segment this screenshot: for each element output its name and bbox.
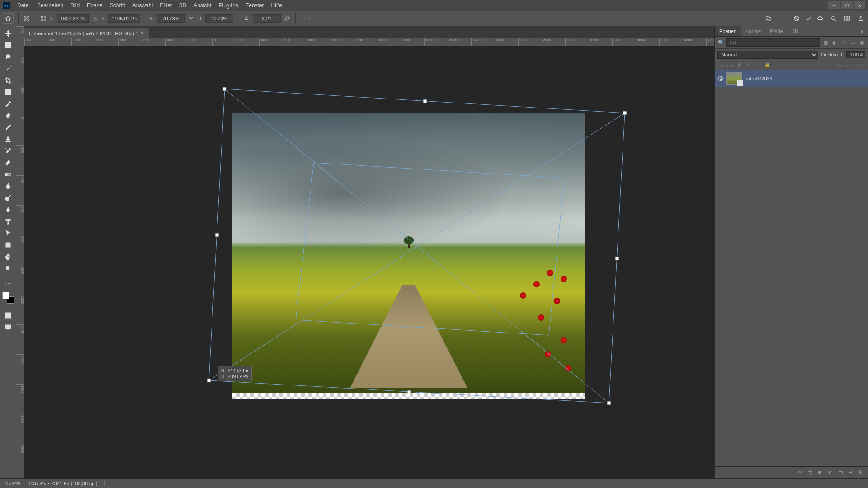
visibility-icon[interactable] <box>717 75 724 82</box>
menu-bild[interactable]: Bild <box>67 2 83 9</box>
interpolation-label[interactable]: Glätten <box>300 16 316 21</box>
delete-layer-icon[interactable]: 🗑 <box>858 469 864 476</box>
tab-ebenen[interactable]: Ebenen <box>715 26 741 36</box>
tab-kanaele[interactable]: Kanäle <box>741 26 765 36</box>
new-layer-icon[interactable]: ⊞ <box>848 469 854 476</box>
type-tool[interactable] <box>2 216 14 227</box>
lock-all-icon[interactable]: 🔒 <box>764 62 771 69</box>
doc-info-chevron-icon[interactable]: 〉 <box>104 480 108 487</box>
svg-rect-1 <box>41 16 43 18</box>
adjustment-icon[interactable]: ◐ <box>828 469 835 476</box>
ruler-tick: 1400 <box>48 38 57 46</box>
link-wh-icon[interactable]: ⚯ <box>188 15 195 22</box>
quickmask-tool[interactable] <box>2 310 14 321</box>
menu-hilfe[interactable]: Hilfe <box>268 2 286 9</box>
ruler-tick: 600 <box>16 205 24 212</box>
window-minimize-button[interactable]: ─ <box>828 1 840 9</box>
screenmode-tool[interactable] <box>2 322 14 333</box>
zoom-tool[interactable] <box>2 263 14 274</box>
filter-type-icon[interactable]: T <box>840 39 847 46</box>
layer-filter-input[interactable] <box>726 38 820 47</box>
filter-adjust-icon[interactable]: ◐ <box>831 39 838 46</box>
lock-artboard-icon[interactable]: ⬚ <box>755 62 762 69</box>
mask-icon[interactable]: ◙ <box>818 469 825 476</box>
tab-3d[interactable]: 3D <box>788 26 803 36</box>
edit-toolbar-icon[interactable]: ⋯ <box>2 278 14 289</box>
menu-plug-ins[interactable]: Plug-ins <box>215 2 242 9</box>
commit-transform-button[interactable] <box>804 14 813 23</box>
filter-image-icon[interactable]: ▦ <box>822 39 829 46</box>
search-icon[interactable] <box>829 14 838 23</box>
opacity-field[interactable]: 100% <box>846 51 865 58</box>
window-maximize-button[interactable]: ☐ <box>841 1 853 9</box>
menu-datei[interactable]: Datei <box>14 2 33 9</box>
skew-h-icon[interactable] <box>283 15 291 22</box>
blend-mode-select[interactable]: Normal <box>717 51 818 59</box>
menu-bearbeiten[interactable]: Bearbeiten <box>33 2 67 9</box>
tab-pfade[interactable]: Pfade <box>765 26 788 36</box>
workspace-icon[interactable] <box>843 14 852 23</box>
layer-name[interactable]: path-832031 <box>745 76 773 81</box>
dodge-tool[interactable] <box>2 192 14 203</box>
ruler-tick: 400 <box>259 38 267 46</box>
link-layers-icon[interactable]: ⚯ <box>798 469 805 476</box>
cloud-icon[interactable] <box>816 14 825 23</box>
history-brush-tool[interactable] <box>2 145 14 156</box>
blur-tool[interactable] <box>2 181 14 192</box>
h-field[interactable]: 70,73% <box>205 14 233 23</box>
share-icon[interactable] <box>856 14 865 23</box>
lasso-tool[interactable] <box>2 52 14 62</box>
warp-icon[interactable] <box>764 14 773 23</box>
path-select-tool[interactable] <box>2 228 14 239</box>
layer-item[interactable]: path-832031 <box>715 70 868 87</box>
marquee-tool[interactable] <box>2 40 14 51</box>
eraser-tool[interactable] <box>2 157 14 168</box>
frame-tool[interactable] <box>2 87 14 98</box>
color-swatch[interactable] <box>2 292 14 304</box>
svg-point-13 <box>7 115 7 115</box>
menu-filter[interactable]: Filter <box>156 2 176 9</box>
brush-tool[interactable] <box>2 122 14 133</box>
window-close-button[interactable]: ✕ <box>854 1 865 9</box>
svg-rect-10 <box>5 42 11 48</box>
hand-tool[interactable] <box>2 251 14 262</box>
filter-shape-icon[interactable]: ▭ <box>849 39 856 46</box>
home-button[interactable] <box>3 13 14 24</box>
wand-tool[interactable] <box>2 63 14 74</box>
lock-position-icon[interactable]: ✛ <box>746 62 753 69</box>
group-icon[interactable]: 🗀 <box>838 469 844 476</box>
eyedropper-tool[interactable] <box>2 99 14 109</box>
zoom-level[interactable]: 25,64% <box>5 481 21 486</box>
lock-pixels-icon[interactable]: ▦ <box>737 62 744 69</box>
crop-tool[interactable] <box>2 75 14 86</box>
layer-thumbnail[interactable] <box>726 72 742 85</box>
angle-field[interactable]: 3,21 <box>253 14 281 23</box>
w-field[interactable]: 70,73% <box>157 14 185 23</box>
menu-ansicht[interactable]: Ansicht <box>190 2 215 9</box>
document-tab[interactable]: Unbenannt-1 bei 25,6% (path-832031, RGB/… <box>24 28 149 38</box>
swap-xy-icon[interactable]: △ <box>91 15 99 22</box>
y-field[interactable]: 1105,01 Px <box>108 14 140 23</box>
canvas[interactable]: B : 3449,3 Px H : 2390,9 Px <box>24 46 714 478</box>
menu-fenster[interactable]: Fenster <box>242 2 268 9</box>
pen-tool[interactable] <box>2 204 14 215</box>
stamp-tool[interactable] <box>2 134 14 145</box>
move-tool[interactable] <box>2 28 14 39</box>
gradient-tool[interactable] <box>2 169 14 180</box>
menu-auswahl[interactable]: Auswahl <box>129 2 156 9</box>
x-field[interactable]: 1607,32 Px <box>57 14 89 23</box>
shape-tool[interactable] <box>2 239 14 250</box>
menu-schrift[interactable]: Schrift <box>106 2 129 9</box>
close-tab-icon[interactable]: ✕ <box>140 30 144 36</box>
menu-3d[interactable]: 3D <box>176 2 190 9</box>
fill-field[interactable]: 100% <box>854 63 865 68</box>
heal-tool[interactable] <box>2 110 14 121</box>
panel-menu-icon[interactable]: ≡ <box>856 26 868 36</box>
reference-point-icon[interactable] <box>40 15 47 22</box>
doc-info[interactable]: 3037 Px x 2321 Px (182,88 ppi) <box>28 481 97 486</box>
cancel-transform-button[interactable] <box>792 14 801 23</box>
fx-icon[interactable]: fx <box>808 469 815 476</box>
filter-smart-icon[interactable]: ▣ <box>858 39 865 46</box>
transform-icon[interactable] <box>23 15 30 22</box>
menu-ebene[interactable]: Ebene <box>83 2 106 9</box>
